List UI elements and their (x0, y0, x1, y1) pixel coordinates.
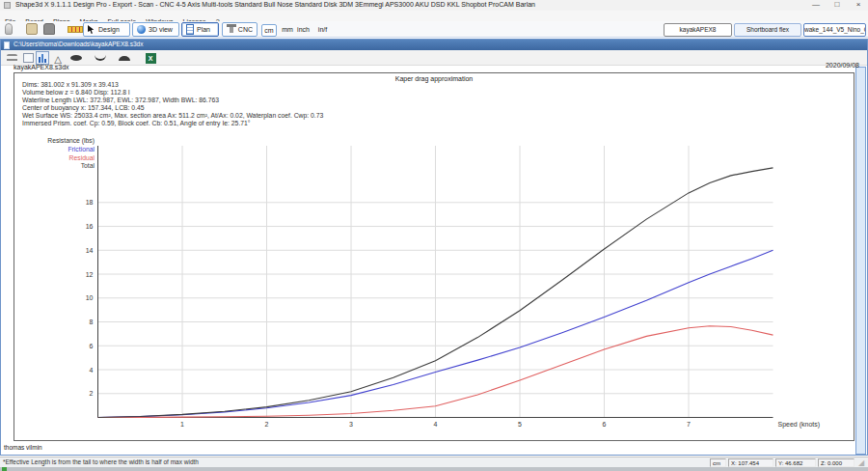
board-thickness-icon-art (119, 56, 130, 61)
y-tick-label: 10 (86, 294, 94, 301)
plan-button-label: Plan (197, 26, 210, 33)
board-outline-icon[interactable] (69, 51, 83, 65)
window-title: Shape3d X 9.1.1.1 Design Pro - Export - … (15, 1, 535, 8)
y-tick-label: 2 (90, 390, 94, 397)
board-thickness-icon[interactable] (118, 51, 131, 65)
document-toolbar (1, 50, 867, 66)
unit-in-f[interactable]: in/f (315, 24, 330, 35)
document-path: C:\Users\thoma\Downloads\kayakAPEX8.s3dx (14, 41, 143, 47)
outline-view-icon[interactable] (5, 51, 18, 65)
x-tick-label: 5 (518, 421, 522, 428)
minimize-icon[interactable]: — (806, 0, 826, 11)
taskbar-app-sliver (2, 467, 7, 471)
file-name-label: kayakAPEX8.s3dx (14, 64, 69, 70)
status-x-coordinate: X: 107.454 (728, 458, 773, 467)
panels-icon[interactable] (21, 51, 35, 65)
chart-icon[interactable] (36, 51, 49, 65)
document-icon (4, 42, 10, 49)
status-note: *Effective Length is from the tail to wh… (3, 458, 199, 465)
y-tick-label: 18 (86, 199, 94, 206)
x-tick-label: 1 (180, 421, 184, 428)
close-icon[interactable]: × (849, 0, 868, 11)
x-tick-label: 7 (687, 421, 691, 428)
main-toolbar: Design 3D view Plan CNC cmmminchin/f kay… (0, 21, 868, 38)
screen-bottom-edge (0, 467, 868, 471)
excel-export-icon-art (146, 53, 156, 64)
sphere-icon (137, 25, 146, 34)
board-rocker-icon[interactable] (94, 51, 107, 65)
x-tick-label: 3 (349, 421, 353, 428)
plan-button[interactable]: Plan (181, 22, 219, 37)
outline-view-icon-art (7, 54, 17, 63)
3d-view-button[interactable]: 3D view (132, 22, 179, 37)
model-tab-wake-144-v5-nino-core-[interactable]: wake_144_V5_Nino_CORE+ (803, 23, 866, 37)
unit-mm[interactable]: mm (281, 24, 294, 35)
y-tick-label: 16 (86, 223, 94, 230)
panels-icon-art (23, 53, 34, 63)
design-button[interactable]: Design (83, 22, 130, 37)
ruler-icon[interactable] (68, 26, 83, 33)
cnc-mill-icon (227, 24, 235, 35)
status-y-coordinate: Y: 46.682 (775, 458, 816, 467)
maximize-icon[interactable]: □ (827, 0, 847, 11)
status-bar: *Effective Length is from the tail to wh… (0, 457, 868, 467)
status-z-coordinate: Z: 0.000 (818, 458, 854, 467)
x-tick-label: 4 (434, 421, 438, 428)
model-tab-kayakapex8[interactable]: kayakAPEX8 (664, 23, 732, 37)
pointer-icon[interactable] (5, 23, 13, 35)
shape3d-app-icon (4, 2, 11, 9)
unit-cm[interactable]: cm (261, 24, 277, 37)
x-tick-label: 6 (603, 421, 607, 428)
board-outline-icon-art (70, 55, 82, 61)
unit-inch[interactable]: inch (295, 24, 312, 35)
x-tick-label: 2 (265, 421, 269, 428)
y-tick-label: 6 (90, 343, 94, 349)
chart-icon-art (39, 53, 47, 63)
excel-export-icon[interactable] (144, 51, 157, 65)
drag-chart: 123456724681012141618Speed (knots) (14, 73, 854, 440)
shape3d-window: Shape3d X 9.1.1.1 Design Pro - Export - … (0, 0, 868, 471)
y-tick-label: 4 (90, 367, 94, 374)
cursor-icon (88, 25, 95, 34)
cnc-button-label: CNC (238, 26, 253, 33)
y-tick-label: 12 (86, 271, 94, 278)
y-tick-label: 14 (86, 247, 94, 254)
author-label: thomas vilmin (4, 444, 42, 451)
plan-page-icon (186, 24, 194, 35)
model-tab-shortboard-flex[interactable]: Shortboard flex (734, 23, 801, 37)
x-axis-label: Speed (knots) (778, 421, 821, 429)
document-titlebar: C:\Users\thoma\Downloads\kayakAPEX8.s3dx (1, 40, 867, 50)
resize-grip-icon[interactable]: ◢ (858, 458, 867, 467)
document-scrollbar[interactable] (855, 67, 866, 455)
board-rocker-icon-art (95, 55, 106, 61)
curvature-icon[interactable] (51, 51, 65, 65)
date-label: 2020/09/08 (763, 62, 859, 69)
design-button-label: Design (98, 26, 120, 33)
window-titlebar: Shape3d X 9.1.1.1 Design Pro - Export - … (0, 0, 868, 11)
cnc-button[interactable]: CNC (222, 22, 258, 37)
hand-icon[interactable] (43, 23, 55, 35)
y-tick-label: 8 (90, 319, 94, 325)
status-unit: cm (710, 458, 726, 467)
menu-bar: FileBoardPlansMarksFull scaleWindowsLice… (0, 11, 868, 21)
drag-chart-panel: Kaper drag approximation Dims: 381.002 x… (14, 72, 854, 441)
grab-icon[interactable] (26, 23, 38, 35)
3d-view-button-label: 3D view (149, 26, 173, 33)
